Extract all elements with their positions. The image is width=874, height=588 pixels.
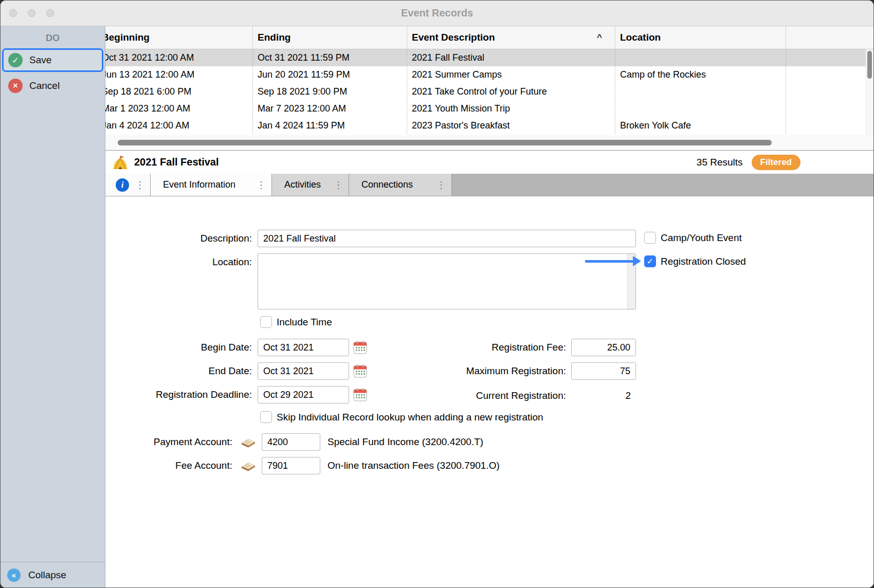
cell-location [615, 83, 786, 100]
fee-account-ledger-icon[interactable] [240, 460, 257, 472]
results-count: 35 Results [697, 157, 743, 168]
window-title: Event Records [1, 7, 873, 19]
cell-location: Broken Yolk Cafe [615, 117, 786, 134]
cell-ending: Jun 20 2021 11:59 PM [253, 66, 407, 83]
sort-ascending-icon: ^ [597, 32, 602, 43]
table-row[interactable]: Mar 1 2023 12:00 AM Mar 7 2023 12:00 AM … [105, 100, 873, 117]
info-segment: i ⋮ [105, 174, 151, 196]
drag-handle-icon[interactable]: ⋮ [334, 179, 343, 191]
end-date-input[interactable] [258, 362, 349, 380]
cell-ending: Sep 18 2021 9:00 PM [253, 83, 407, 100]
cancel-x-icon: × [8, 79, 23, 93]
annotation-arrow-head [633, 256, 641, 266]
skip-lookup-checkbox[interactable] [260, 411, 272, 423]
tab-bar: i ⋮ Event Information ⋮ Activities ⋮ Con… [105, 174, 873, 196]
cell-description: 2021 Youth Mission Trip [407, 100, 615, 117]
info-icon[interactable]: i [116, 178, 129, 192]
save-button[interactable]: ✓ Save [2, 48, 103, 72]
cell-description: 2021 Summer Camps [407, 66, 615, 83]
registration-fee-input[interactable] [571, 339, 636, 356]
maximum-registration-input[interactable] [571, 362, 636, 380]
skip-lookup-label: Skip Individual Record lookup when addin… [277, 411, 543, 423]
payment-account-label: Payment Account: [105, 433, 232, 450]
tab-connections[interactable]: Connections ⋮ [349, 174, 452, 196]
table-row[interactable]: Oct 31 2021 12:00 AM Oct 31 2021 11:59 P… [105, 49, 873, 66]
include-time-label: Include Time [277, 316, 332, 328]
registration-deadline-label: Registration Deadline: [105, 386, 252, 403]
cell-location: Camp of the Rockies [615, 66, 786, 83]
tab-event-information[interactable]: Event Information ⋮ [151, 174, 272, 196]
horizontal-scrollbar-thumb[interactable] [118, 140, 772, 145]
current-registration-label: Current Registration: [414, 387, 566, 404]
cell-ending: Mar 7 2023 12:00 AM [253, 100, 407, 117]
begin-date-label: Begin Date: [105, 339, 252, 356]
collapse-label: Collapse [28, 569, 66, 581]
record-title: 2021 Fall Festival [134, 156, 219, 168]
registration-deadline-input[interactable] [258, 386, 349, 403]
vertical-scrollbar-thumb[interactable] [867, 51, 872, 79]
cell-filler [786, 49, 873, 66]
location-label: Location: [105, 253, 252, 270]
tab-label: Event Information [163, 179, 235, 190]
payment-account-ledger-icon[interactable] [240, 436, 257, 448]
cell-filler [786, 83, 873, 100]
table-row[interactable]: Jan 4 2024 12:00 AM Jan 4 2024 11:59 PM … [105, 117, 873, 134]
event-records-window: Event Records DO ✓ Save × Cancel « Colla… [0, 0, 874, 588]
sidebar-header: DO [1, 26, 105, 48]
tab-activities[interactable]: Activities ⋮ [272, 174, 349, 196]
drag-handle-icon[interactable]: ⋮ [135, 179, 144, 191]
maximum-registration-label: Maximum Registration: [414, 362, 566, 379]
vertical-scrollbar[interactable] [866, 49, 873, 135]
collapse-chevrons-icon: « [7, 568, 21, 582]
cell-location [615, 49, 786, 66]
location-textarea[interactable] [258, 253, 636, 309]
column-header-beginning[interactable]: Beginning [105, 26, 253, 49]
cell-beginning: Mar 1 2023 12:00 AM [105, 100, 253, 117]
drag-handle-icon[interactable]: ⋮ [257, 179, 266, 191]
drag-handle-icon[interactable]: ⋮ [436, 179, 446, 191]
annotation-arrow [585, 260, 633, 263]
table-header: Beginning Ending Event Description ^ Loc… [105, 26, 873, 49]
fee-account-label: Fee Account: [105, 457, 232, 474]
cancel-label: Cancel [29, 80, 60, 91]
horizontal-scrollbar[interactable] [105, 135, 873, 150]
collapse-button[interactable]: « Collapse [1, 562, 105, 587]
filtered-badge[interactable]: Filtered [752, 155, 800, 170]
cell-beginning: Oct 31 2021 12:00 AM [105, 49, 253, 66]
registration-deadline-calendar-icon[interactable] [353, 388, 367, 401]
save-check-icon: ✓ [8, 53, 23, 67]
registration-closed-checkbox[interactable]: ✓ [644, 255, 656, 267]
table-row[interactable]: Sep 18 2021 6:00 PM Sep 18 2021 9:00 PM … [105, 83, 873, 100]
begin-date-input[interactable] [258, 339, 349, 356]
cell-location [615, 100, 786, 117]
event-form: Description: Camp/Youth Event Location: … [105, 196, 873, 587]
cell-description: 2023 Pastor's Breakfast [407, 117, 615, 134]
cell-description: 2021 Fall Festival [407, 49, 615, 66]
registration-fee-label: Registration Fee: [414, 339, 566, 356]
fee-account-input[interactable] [262, 457, 320, 474]
table-row[interactable]: Jun 13 2021 12:00 AM Jun 20 2021 11:59 P… [105, 66, 873, 83]
end-date-calendar-icon[interactable] [353, 364, 367, 378]
save-label: Save [29, 54, 51, 66]
payment-account-input[interactable] [262, 433, 320, 451]
end-date-label: End Date: [105, 362, 252, 379]
registration-closed-label: Registration Closed [661, 255, 746, 267]
tab-label: Activities [284, 179, 321, 190]
payment-account-description: Special Fund Income (3200.4200.T) [327, 433, 483, 451]
sidebar: DO ✓ Save × Cancel « Collapse [1, 26, 105, 587]
cell-beginning: Sep 18 2021 6:00 PM [105, 83, 253, 100]
column-header-location[interactable]: Location [615, 26, 786, 49]
camp-youth-checkbox[interactable] [644, 232, 656, 244]
begin-date-calendar-icon[interactable] [353, 340, 367, 354]
cell-description: 2021 Take Control of your Future [407, 83, 615, 100]
cell-filler [786, 66, 873, 83]
column-header-event-description[interactable]: Event Description ^ [407, 26, 615, 49]
cancel-button[interactable]: × Cancel [2, 74, 103, 98]
main-content: Beginning Ending Event Description ^ Loc… [105, 26, 873, 587]
cell-beginning: Jun 13 2021 12:00 AM [105, 66, 253, 83]
column-header-ending[interactable]: Ending [253, 26, 407, 49]
description-label: Description: [105, 230, 252, 247]
cell-filler [786, 117, 873, 134]
description-input[interactable] [258, 230, 636, 247]
include-time-checkbox[interactable] [260, 316, 272, 328]
